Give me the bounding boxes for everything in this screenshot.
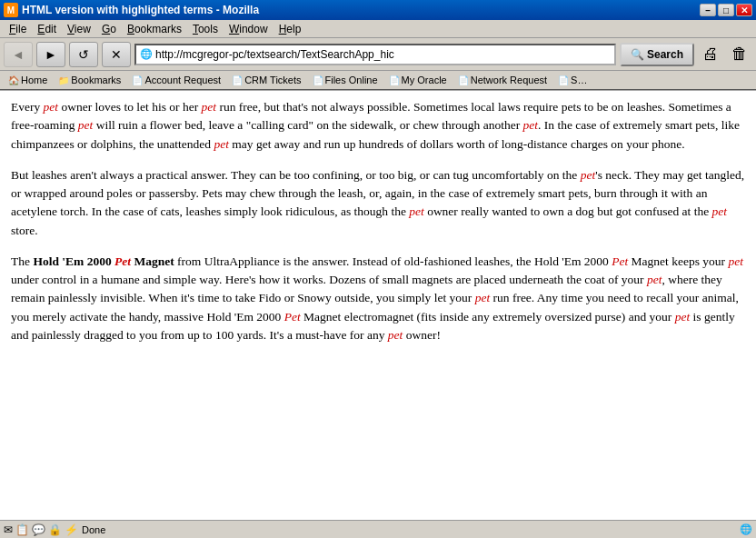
menu-edit[interactable]: Edit — [32, 21, 62, 37]
stop-button[interactable]: ✕ — [102, 42, 131, 67]
lock-icon: 🔒 — [48, 523, 62, 536]
chat-icon: 💬 — [32, 523, 45, 536]
forward-button[interactable]: ► — [36, 42, 65, 67]
bookmark-account-request[interactable]: 📄 Account Request — [127, 73, 225, 87]
highlight-pet-6: pet — [581, 168, 596, 182]
close-button[interactable]: ✕ — [736, 4, 752, 16]
menu-help[interactable]: Help — [274, 21, 307, 37]
highlight-pet-5: pet — [214, 137, 229, 151]
page-icon-4: 📄 — [389, 75, 400, 85]
bookmark-more[interactable]: 📄 S… — [553, 73, 592, 87]
page-icon: 📄 — [132, 75, 143, 85]
zone-icon: 🌐 — [740, 523, 752, 535]
title-bar: M HTML version with highlighted terms - … — [0, 0, 756, 20]
menu-view[interactable]: View — [62, 21, 96, 37]
highlight-pet-16: pet — [388, 328, 403, 342]
highlight-pet-9: Pet — [114, 254, 131, 268]
bold-hold: Hold 'Em 2000 Pet Magnet — [33, 254, 174, 268]
toolbar: ◄ ► ↺ ✕ 🌐 🔍 Search 🖨 🗑 — [0, 38, 756, 71]
status-text: Done — [82, 524, 736, 535]
highlight-pet-1: pet — [44, 100, 59, 114]
menu-go[interactable]: Go — [96, 21, 122, 37]
search-button[interactable]: 🔍 Search — [620, 43, 694, 66]
url-input[interactable] — [155, 48, 611, 61]
page-icon-3: 📄 — [313, 75, 323, 85]
status-bar: ✉ 📋 💬 🔒 ⚡ Done 🌐 — [0, 520, 756, 538]
highlight-pet-15: pet — [675, 310, 691, 324]
bookmarks-bar: 🏠 Home 📁 Bookmarks 📄 Account Request 📄 C… — [0, 71, 756, 91]
address-bar[interactable]: 🌐 — [134, 44, 616, 65]
page-icon-6: 📄 — [558, 75, 569, 85]
window-controls: – □ ✕ — [700, 4, 752, 16]
highlight-pet-13: pet — [475, 291, 491, 304]
menu-file[interactable]: File — [4, 21, 32, 37]
back-button[interactable]: ◄ — [4, 42, 33, 67]
bookmark-my-oracle[interactable]: 📄 My Oracle — [384, 73, 452, 87]
menu-bookmarks[interactable]: Bookmarks — [122, 21, 187, 37]
content-area: Every pet owner loves to let his or her … — [0, 91, 756, 520]
highlight-pet-12: pet — [647, 273, 662, 286]
address-icon: 🌐 — [140, 48, 153, 60]
highlight-pet-2: pet — [202, 100, 217, 114]
menu-tools[interactable]: Tools — [187, 21, 224, 37]
bookmark-bookmarks[interactable]: 📁 Bookmarks — [54, 73, 125, 87]
highlight-pet-8: pet — [712, 204, 728, 218]
highlight-pet-4: pet — [523, 118, 539, 132]
bookmark-network-request[interactable]: 📄 Network Request — [453, 73, 552, 87]
highlight-pet-3: pet — [78, 118, 94, 132]
search-icon: 🔍 — [631, 48, 644, 61]
trash-button[interactable]: 🗑 — [727, 42, 752, 67]
maximize-button[interactable]: □ — [718, 4, 734, 16]
paragraph-3: The Hold 'Em 2000 Pet Magnet from UltraA… — [11, 253, 745, 344]
page-icon-2: 📄 — [232, 75, 243, 85]
folder-icon: 📁 — [58, 75, 69, 85]
bolt-icon: ⚡ — [65, 523, 78, 536]
app-icon: M — [4, 3, 18, 17]
minimize-button[interactable]: – — [700, 4, 716, 16]
status-icons: ✉ 📋 💬 🔒 ⚡ — [4, 523, 78, 536]
bookmark-home[interactable]: 🏠 Home — [4, 73, 52, 87]
print-button[interactable]: 🖨 — [698, 42, 723, 67]
menu-bar: File Edit View Go Bookmarks Tools Window… — [0, 20, 756, 38]
bookmark-crm-tickets[interactable]: 📄 CRM Tickets — [227, 73, 305, 87]
bookmark-files-online[interactable]: 📄 Files Online — [308, 73, 383, 87]
clipboard-icon: 📋 — [15, 523, 29, 536]
menu-window[interactable]: Window — [224, 21, 274, 37]
reload-button[interactable]: ↺ — [69, 42, 98, 67]
window-title: HTML version with highlighted terms - Mo… — [22, 4, 700, 16]
home-icon: 🏠 — [8, 75, 19, 85]
status-right: 🌐 — [740, 523, 752, 535]
paragraph-1: Every pet owner loves to let his or her … — [11, 98, 745, 154]
paragraph-2: But leashes aren't always a practical an… — [11, 166, 745, 240]
highlight-pet-11: pet — [728, 254, 743, 268]
page-icon-5: 📄 — [458, 75, 469, 85]
highlight-pet-14: Pet — [284, 310, 301, 324]
highlight-pet-7: pet — [409, 204, 424, 218]
highlight-pet-10: Pet — [612, 254, 628, 268]
email-icon: ✉ — [4, 523, 13, 536]
